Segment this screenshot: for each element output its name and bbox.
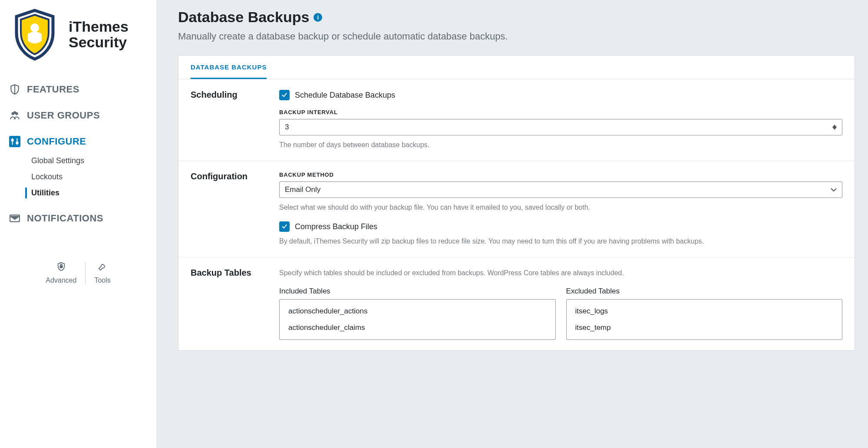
method-label: BACKUP METHOD xyxy=(279,171,842,178)
section-backup-tables: Backup Tables Specify which tables shoul… xyxy=(178,257,855,350)
compress-files-checkbox[interactable] xyxy=(279,221,290,232)
footer-tools: Advanced Tools xyxy=(8,262,149,284)
method-help: Select what we should do with your backu… xyxy=(279,202,842,213)
chevron-down-icon xyxy=(831,185,837,194)
sidebar: iThemes Security FEATURES USER GROUPS CO… xyxy=(0,0,156,448)
nav-features[interactable]: FEATURES xyxy=(8,76,149,102)
section-label: Scheduling xyxy=(191,90,279,150)
lock-shield-icon xyxy=(46,262,76,273)
nav-user-groups[interactable]: USER GROUPS xyxy=(8,102,149,128)
backup-method-select[interactable]: Email Only xyxy=(279,181,842,198)
subnav-global-settings[interactable]: Global Settings xyxy=(31,153,149,169)
brand-text: iThemes Security xyxy=(69,19,129,50)
sliders-icon xyxy=(9,135,21,148)
tab-database-backups[interactable]: DATABASE BACKUPS xyxy=(191,56,267,79)
footer-tools-link[interactable]: Tools xyxy=(85,262,119,284)
check-icon xyxy=(281,92,288,99)
section-label: Backup Tables xyxy=(191,268,279,340)
interval-help: The number of days between database back… xyxy=(279,140,842,150)
shield-icon xyxy=(9,83,21,96)
list-item[interactable]: itsec_temp xyxy=(567,320,842,336)
svg-point-7 xyxy=(11,139,13,141)
backup-tables-help: Specify which tables should be included … xyxy=(279,268,842,278)
list-item[interactable]: itsec_logs xyxy=(567,303,842,320)
schedule-backups-checkbox[interactable] xyxy=(279,90,290,100)
nav-label: FEATURES xyxy=(27,84,79,95)
backup-interval-input[interactable]: 3 xyxy=(279,119,842,135)
included-tables-column: Included Tables actionscheduler_actions … xyxy=(279,287,556,340)
excluded-tables-column: Excluded Tables itsec_logs itsec_temp xyxy=(566,287,843,340)
compress-help: By default, iThemes Security will zip ba… xyxy=(279,236,842,247)
users-icon xyxy=(9,109,21,122)
nav-notifications[interactable]: NOTIFICATIONS xyxy=(8,205,149,231)
included-label: Included Tables xyxy=(279,287,556,296)
shield-logo-icon xyxy=(9,9,61,61)
svg-point-3 xyxy=(13,111,17,114)
list-item[interactable]: actionscheduler_actions xyxy=(280,303,555,320)
page-description: Manually create a database backup or sch… xyxy=(178,31,855,42)
footer-label: Tools xyxy=(94,277,110,284)
checkbox-label: Schedule Database Backups xyxy=(295,91,395,100)
settings-card: DATABASE BACKUPS Scheduling Schedule Dat… xyxy=(178,55,855,351)
nav-label: USER GROUPS xyxy=(27,110,100,121)
subnav-utilities[interactable]: Utilities xyxy=(31,185,149,201)
svg-rect-4 xyxy=(9,136,20,147)
brand-logo: iThemes Security xyxy=(8,9,149,61)
page-title: Database Backups i xyxy=(178,9,855,26)
excluded-tables-list[interactable]: itsec_logs itsec_temp xyxy=(566,299,843,340)
section-scheduling: Scheduling Schedule Database Backups BAC… xyxy=(178,79,855,161)
configure-subnav: Global Settings Lockouts Utilities xyxy=(8,153,149,201)
nav-label: NOTIFICATIONS xyxy=(27,213,103,224)
included-tables-list[interactable]: actionscheduler_actions actionscheduler_… xyxy=(279,299,556,340)
svg-rect-10 xyxy=(60,266,63,268)
main-content: Database Backups i Manually create a dat… xyxy=(156,0,868,448)
section-label: Configuration xyxy=(191,171,279,247)
footer-advanced[interactable]: Advanced xyxy=(37,262,85,284)
tabs: DATABASE BACKUPS xyxy=(178,56,855,79)
nav-configure[interactable]: CONFIGURE xyxy=(8,128,149,155)
check-icon xyxy=(281,223,288,230)
excluded-label: Excluded Tables xyxy=(566,287,843,296)
section-configuration: Configuration BACKUP METHOD Email Only S… xyxy=(178,161,855,257)
interval-label: BACKUP INTERVAL xyxy=(279,109,842,115)
list-item[interactable]: actionscheduler_claims xyxy=(280,320,555,336)
subnav-lockouts[interactable]: Lockouts xyxy=(31,169,149,185)
checkbox-label: Compress Backup Files xyxy=(295,222,377,231)
svg-point-8 xyxy=(16,142,18,144)
footer-label: Advanced xyxy=(46,277,76,284)
svg-point-0 xyxy=(30,23,39,32)
mail-icon xyxy=(9,212,21,224)
info-icon[interactable]: i xyxy=(314,13,322,22)
wrench-icon xyxy=(94,262,110,273)
stepper-icon[interactable] xyxy=(832,125,837,130)
nav-label: CONFIGURE xyxy=(27,136,86,147)
